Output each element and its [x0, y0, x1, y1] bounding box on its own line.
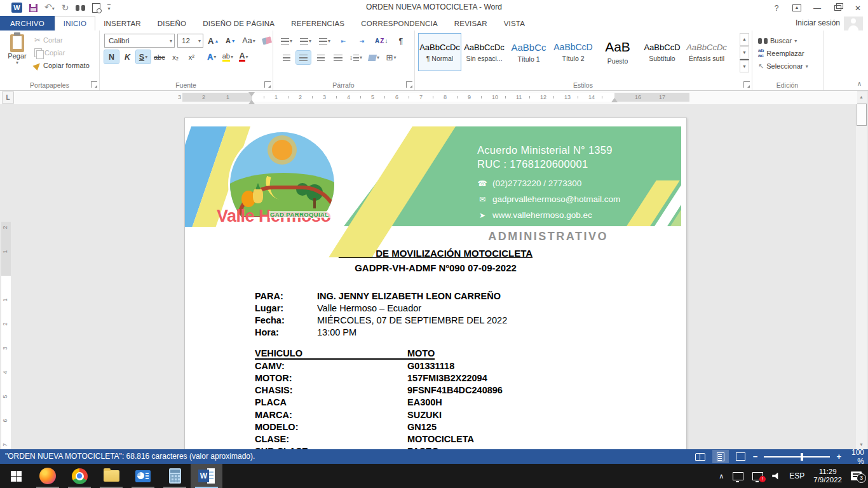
tab-inicio[interactable]: INICIO	[55, 16, 95, 30]
notification-icon[interactable]: 3	[851, 471, 862, 480]
select-button[interactable]: ↖Seleccionar▾	[757, 60, 810, 72]
minimize-button[interactable]: —	[807, 0, 827, 16]
zoom-in-button[interactable]: +	[836, 452, 841, 461]
ribbon-display-button[interactable]: ▲	[787, 0, 807, 16]
shading-button[interactable]: ▾	[367, 51, 381, 64]
taskbar-blue-app[interactable]	[127, 464, 159, 488]
fuente-dialog-launcher[interactable]	[264, 81, 271, 88]
help-button[interactable]: ?	[766, 0, 787, 16]
justify-button[interactable]	[330, 51, 345, 64]
borders-button[interactable]: ⊞▾	[384, 51, 398, 64]
tab-diseno-de-pagina[interactable]: DISEÑO DE PÁGINA	[194, 16, 283, 30]
sign-in-link[interactable]: Iniciar sesión	[796, 18, 840, 27]
document-page[interactable]: Acuerdo Ministerial N° 1359 RUC : 176812…	[184, 118, 687, 454]
style-titulo-1[interactable]: AaBbCcTítulo 1	[507, 33, 550, 71]
bullets-button[interactable]: ▾	[279, 34, 294, 48]
language-indicator[interactable]: ESP	[789, 471, 804, 480]
taskbar-word[interactable]: W	[191, 464, 222, 488]
style-enfasis-sutil[interactable]: AaBbCcDcÉnfasis sutil	[685, 33, 728, 71]
portapapeles-dialog-launcher[interactable]	[91, 81, 97, 88]
zoom-slider-thumb[interactable]	[801, 453, 803, 461]
decrease-indent-button[interactable]: ⇤	[336, 34, 351, 48]
style-sin-espaciado[interactable]: AaBbCcDcSin espaci...	[463, 33, 506, 71]
taskbar-firefox[interactable]	[32, 464, 64, 488]
close-button[interactable]: ✕	[848, 0, 868, 16]
styles-scroll-up[interactable]: ▲	[740, 33, 749, 46]
font-color-button[interactable]: A▾	[236, 50, 251, 64]
scroll-up-arrow[interactable]: ▲	[856, 92, 867, 102]
styles-scroll-down[interactable]: ▼	[740, 46, 749, 59]
styles-more-button[interactable]: ▼	[740, 59, 749, 72]
paste-dropdown-icon[interactable]: ▾	[16, 60, 18, 65]
scroll-thumb[interactable]	[857, 104, 867, 126]
style-puesto[interactable]: AaBPuesto	[596, 33, 639, 71]
tray-chevron-icon[interactable]: ∧	[719, 472, 724, 480]
subscript-button[interactable]: x₂	[168, 50, 183, 64]
hanging-indent-marker[interactable]	[248, 97, 255, 104]
font-name-combobox[interactable]: Calibri▾	[104, 34, 175, 48]
underline-button[interactable]: S▾	[136, 50, 151, 64]
numbering-button[interactable]: ▾	[298, 34, 313, 48]
find-button[interactable]: Buscar▾	[757, 34, 810, 47]
superscript-button[interactable]: x²	[184, 50, 199, 64]
tab-vista[interactable]: VISTA	[496, 16, 533, 30]
clock[interactable]: 11:297/9/2022	[813, 468, 842, 484]
bold-button[interactable]: N	[104, 50, 119, 64]
format-painter-icon	[33, 61, 43, 71]
strikethrough-button[interactable]: abc	[152, 50, 167, 64]
format-painter-button[interactable]: Copiar formato	[33, 59, 91, 72]
vertical-scrollbar[interactable]: ▲ ▼	[856, 92, 867, 449]
replace-button[interactable]: abacReemplazar	[757, 47, 810, 60]
increase-indent-button[interactable]: ⇥	[355, 34, 369, 48]
alert-icon[interactable]: !	[752, 472, 763, 480]
restore-button[interactable]	[827, 0, 848, 16]
copy-button[interactable]: Copiar	[33, 46, 91, 59]
align-center-button[interactable]	[296, 51, 311, 64]
tab-insertar[interactable]: INSERTAR	[95, 16, 149, 30]
align-left-button[interactable]	[279, 51, 294, 64]
collapse-ribbon-button[interactable]: ∧	[857, 80, 862, 87]
paste-button[interactable]: Pegar ▾	[3, 32, 32, 79]
zoom-out-button[interactable]: −	[753, 452, 758, 461]
tab-revisar[interactable]: REVISAR	[446, 16, 496, 30]
avatar[interactable]	[844, 17, 863, 30]
estilos-dialog-launcher[interactable]	[743, 81, 750, 88]
grow-font-button[interactable]: A▲	[206, 34, 220, 48]
show-marks-button[interactable]: ¶	[393, 34, 408, 48]
print-layout-button[interactable]	[712, 450, 729, 463]
horizontal-ruler[interactable]: 32112345678910111213141617	[182, 93, 689, 102]
shrink-font-button[interactable]: A▼	[223, 34, 238, 48]
change-case-button[interactable]: Aa▾	[240, 34, 257, 48]
zoom-slider[interactable]	[764, 456, 830, 458]
tab-selector[interactable]: L	[2, 92, 14, 104]
zoom-level[interactable]: 100 %	[845, 448, 864, 466]
speaker-icon[interactable]	[772, 473, 780, 480]
taskbar-calculator[interactable]	[159, 464, 191, 488]
style-subtitulo[interactable]: AaBbCcDSubtítulo	[641, 33, 684, 71]
text-effects-button[interactable]: A▾	[205, 50, 219, 64]
line-spacing-button[interactable]: ↕▾	[348, 51, 364, 64]
style-normal[interactable]: AaBbCcDc¶ Normal	[418, 33, 461, 71]
tab-referencias[interactable]: REFERENCIAS	[283, 16, 353, 30]
vertical-ruler[interactable]: 211234567891011	[1, 222, 11, 488]
tab-archivo[interactable]: ARCHIVO	[0, 16, 55, 30]
style-titulo-2[interactable]: AaBbCcDTítulo 2	[552, 33, 595, 71]
read-mode-button[interactable]	[692, 450, 709, 463]
sort-button[interactable]: AZ↓	[373, 34, 390, 48]
align-right-button[interactable]	[313, 51, 328, 64]
web-layout-button[interactable]	[733, 450, 749, 463]
start-button[interactable]	[0, 464, 32, 488]
tab-diseno[interactable]: DISEÑO	[149, 16, 194, 30]
highlight-button[interactable]: ab▾	[220, 50, 235, 64]
parrafo-dialog-launcher[interactable]	[406, 81, 412, 88]
font-size-combobox[interactable]: 12▾	[177, 34, 203, 48]
taskbar-chrome[interactable]	[64, 464, 95, 488]
italic-button[interactable]: K	[120, 50, 135, 64]
group-label-fuente: Fuente	[99, 81, 273, 89]
taskbar-file-explorer[interactable]	[95, 464, 127, 488]
multilevel-list-button[interactable]: ▾	[317, 34, 332, 48]
tab-correspondencia[interactable]: CORRESPONDENCIA	[353, 16, 446, 30]
cut-button[interactable]: ✂Cortar	[33, 34, 91, 46]
network-icon[interactable]	[733, 472, 743, 480]
right-indent-marker[interactable]	[611, 95, 618, 102]
